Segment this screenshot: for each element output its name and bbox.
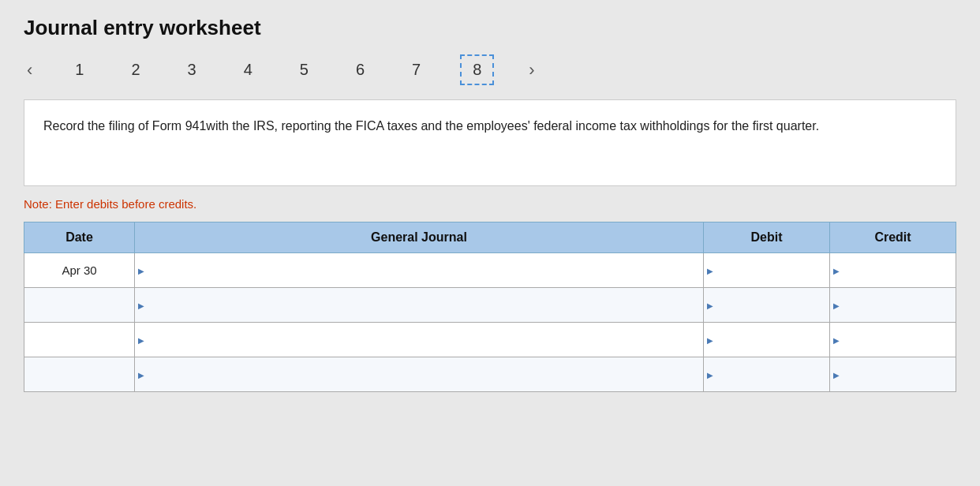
credit-input-4[interactable] [830,357,956,391]
prev-arrow[interactable]: ‹ [24,60,36,80]
debit-cell-4[interactable] [704,357,830,392]
nav-number-1[interactable]: 1 [67,56,92,84]
credit-input-1[interactable] [830,253,956,287]
credit-cell-2[interactable] [830,288,956,323]
journal-input-2[interactable] [135,288,703,322]
credit-cell-3[interactable] [830,323,956,357]
journal-input-4[interactable] [135,357,703,391]
credit-input-2[interactable] [830,288,956,322]
nav-number-3[interactable]: 3 [180,56,204,84]
credit-input-3[interactable] [830,323,956,357]
debit-input-4[interactable] [704,357,829,391]
journal-table: Date General Journal Debit Credit Apr 30 [24,222,956,392]
journal-cell-2[interactable] [135,288,704,323]
description-text: Record the filing of Form 941with the IR… [43,119,819,133]
header-debit: Debit [704,222,830,253]
nav-number-2[interactable]: 2 [123,56,148,84]
debit-cell-1[interactable] [704,253,830,288]
credit-cell-1[interactable] [830,253,956,288]
journal-cell-4[interactable] [135,357,704,392]
debit-input-3[interactable] [704,323,829,357]
date-cell-1: Apr 30 [24,253,135,288]
table-row [24,323,956,357]
debit-input-1[interactable] [704,253,829,287]
debit-input-2[interactable] [704,288,829,322]
nav-number-5[interactable]: 5 [292,56,316,84]
nav-number-7[interactable]: 7 [404,56,428,84]
date-cell-2 [24,288,135,323]
header-credit: Credit [830,222,956,253]
date-cell-4 [24,357,135,392]
table-row: Apr 30 [24,253,956,288]
header-date: Date [24,222,135,253]
table-row [24,288,956,323]
nav-number-4[interactable]: 4 [236,56,260,84]
journal-input-1[interactable] [135,253,703,287]
debit-cell-3[interactable] [704,323,830,357]
description-box: Record the filing of Form 941with the IR… [24,99,956,186]
date-cell-3 [24,323,135,357]
note-text: Note: Enter debits before credits. [24,197,956,211]
navigation-row: ‹ 1 2 3 4 5 6 7 8 › [24,54,956,85]
nav-number-6[interactable]: 6 [348,56,372,84]
debit-cell-2[interactable] [704,288,830,323]
nav-number-8[interactable]: 8 [460,54,494,85]
next-arrow[interactable]: › [526,60,537,80]
table-row [24,357,956,392]
journal-cell-3[interactable] [135,323,704,357]
header-journal: General Journal [135,222,704,253]
journal-cell-1[interactable] [135,253,704,288]
credit-cell-4[interactable] [830,357,956,392]
journal-input-3[interactable] [135,323,703,357]
page-title: Journal entry worksheet [24,16,956,40]
